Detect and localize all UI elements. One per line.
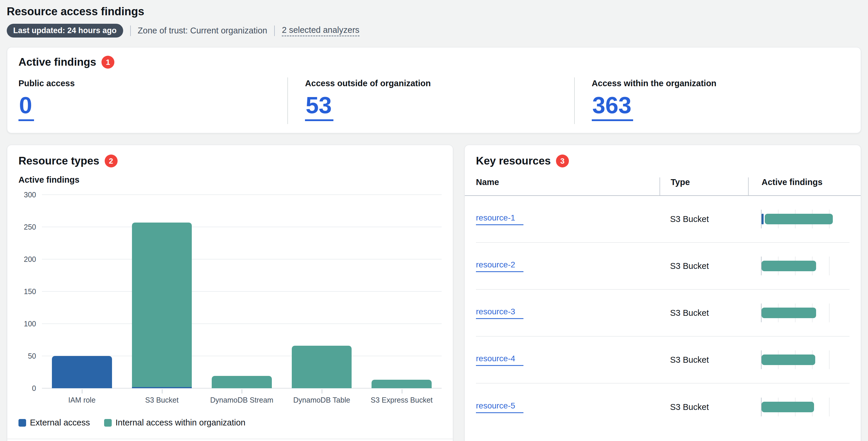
column-header-type: Type <box>659 178 748 195</box>
resource-name-link[interactable]: resource-3 <box>476 307 523 319</box>
bar-slot-s3-express-bucket <box>362 195 442 388</box>
bar-slot-dynamodb-table <box>282 195 362 388</box>
active-findings-cell <box>748 398 849 416</box>
callout-badge-2: 2 <box>105 155 118 167</box>
x-axis-tick <box>322 389 322 393</box>
metric-label: Access outside of organization <box>305 78 563 88</box>
mini-bar-internal-access <box>762 402 814 412</box>
table-row-resource-2: resource-2S3 Bucket <box>476 243 849 290</box>
active-findings-cell <box>748 350 849 369</box>
resource-type-text: S3 Bucket <box>659 402 748 412</box>
bar-stack <box>52 356 112 388</box>
legend-item-internal-access-within-organization: Internal access within organization <box>104 418 245 428</box>
mini-bar-chart <box>761 304 831 322</box>
dashboard-cards-row: Resource types 2 Active findings 0501001… <box>7 145 861 441</box>
y-tick-label: 50 <box>28 352 36 360</box>
x-axis-tick <box>82 389 83 393</box>
resource-type-text: S3 Bucket <box>659 308 748 318</box>
bar-stack <box>132 223 192 388</box>
chart-bars <box>42 195 442 388</box>
bar-stack <box>212 376 272 388</box>
mini-bar-chart <box>761 210 831 228</box>
chart-x-labels: IAM roleS3 BucketDynamoDB StreamDynamoDB… <box>42 396 442 404</box>
mini-bar-internal-access <box>762 308 816 318</box>
resource-name-link[interactable]: resource-4 <box>476 354 523 366</box>
mini-bar-chart <box>761 350 831 369</box>
table-row-resource-1: resource-1S3 Bucket <box>476 196 849 243</box>
mini-bar-chart <box>761 257 831 275</box>
legend-label: External access <box>30 418 90 428</box>
resource-name-link[interactable]: resource-5 <box>476 401 523 413</box>
active-findings-title: Active findings <box>19 56 96 68</box>
resource-access-findings-page: Resource access findings Last updated: 2… <box>0 0 868 441</box>
bar-segment-internal-access-within-organization <box>372 380 431 388</box>
bar-stack <box>372 380 431 388</box>
bar-segment-internal-access-within-organization <box>292 346 351 388</box>
x-axis-tick <box>162 389 162 393</box>
chart-y-axis-title: Active findings <box>19 175 442 185</box>
y-tick-label: 150 <box>24 287 36 296</box>
metric-label: Public access <box>19 78 276 88</box>
selected-analyzers-link[interactable]: 2 selected analyzers <box>282 25 359 36</box>
resource-types-chart: 050100150200250300 <box>19 195 442 388</box>
y-tick-label: 300 <box>24 191 36 199</box>
last-updated-badge: Last updated: 24 hours ago <box>7 24 123 37</box>
y-tick-label: 250 <box>24 223 36 231</box>
zone-of-trust-text: Zone of trust: Current organization <box>138 26 268 35</box>
callout-badge-1: 1 <box>101 56 114 69</box>
callout-badge-3: 3 <box>556 155 569 167</box>
bar-slot-s3-bucket <box>122 195 202 388</box>
chart-legend: External accessInternal access within or… <box>19 418 442 428</box>
table-row-resource-4: resource-4S3 Bucket <box>476 337 849 383</box>
metric-value-link[interactable]: 53 <box>305 94 333 121</box>
resource-name-link[interactable]: resource-1 <box>476 213 523 225</box>
meta-separator <box>274 26 275 36</box>
y-tick-label: 200 <box>24 255 36 263</box>
x-axis-label: DynamoDB Table <box>282 396 362 404</box>
mini-chart-gridline <box>829 350 830 369</box>
metric-value-link[interactable]: 0 <box>19 94 34 121</box>
table-row-resource-3: resource-3S3 Bucket <box>476 290 849 337</box>
mini-bar-stack <box>762 308 816 318</box>
metric-label: Access within the organization <box>592 78 849 88</box>
metric-public-access: Public access0 <box>7 77 287 124</box>
resource-types-footer: View all active findings <box>7 439 453 441</box>
legend-item-external-access: External access <box>19 418 90 428</box>
resource-type-text: S3 Bucket <box>659 355 748 365</box>
active-findings-title-row: Active findings 1 <box>7 56 861 69</box>
mini-bar-internal-access <box>762 261 816 271</box>
legend-label: Internal access within organization <box>116 418 245 428</box>
resource-types-title: Resource types <box>19 155 99 167</box>
metric-access-within-the-organization: Access within the organization363 <box>574 77 861 124</box>
table-row-resource-5: resource-5S3 Bucket <box>476 383 849 431</box>
key-resources-table-body: resource-1S3 Bucketresource-2S3 Bucketre… <box>465 196 861 431</box>
mini-chart-gridline <box>829 304 830 322</box>
header-meta-row: Last updated: 24 hours ago Zone of trust… <box>7 24 861 37</box>
active-findings-cell <box>748 257 849 275</box>
mini-bar-stack <box>762 402 814 412</box>
legend-color-chip <box>19 419 26 427</box>
key-resources-title-row: Key resources 3 <box>465 155 861 167</box>
mini-bar-stack <box>762 261 816 271</box>
active-findings-metrics: Public access0Access outside of organiza… <box>7 77 861 124</box>
legend-color-chip <box>104 419 112 427</box>
resource-name-link[interactable]: resource-2 <box>476 260 523 272</box>
mini-bar-internal-access <box>762 354 815 365</box>
bar-slot-iam-role <box>42 195 122 388</box>
x-axis-label: S3 Bucket <box>122 396 202 404</box>
mini-chart-gridline <box>829 398 830 416</box>
bar-segment-external-access <box>132 387 192 388</box>
page-title: Resource access findings <box>7 5 861 18</box>
chart-plot <box>42 195 442 388</box>
x-axis-tick <box>402 389 402 393</box>
x-axis-label: DynamoDB Stream <box>202 396 282 404</box>
chart-y-axis: 050100150200250300 <box>19 195 42 388</box>
metric-value-link[interactable]: 363 <box>592 94 633 121</box>
bar-segment-external-access <box>52 356 112 388</box>
meta-separator <box>130 26 131 36</box>
key-resources-card: Key resources 3 Name Type Active finding… <box>464 145 861 441</box>
bar-stack <box>292 346 351 388</box>
resource-type-text: S3 Bucket <box>659 214 748 224</box>
active-findings-card: Active findings 1 Public access0Access o… <box>7 47 861 133</box>
x-axis-label: S3 Express Bucket <box>362 396 442 404</box>
